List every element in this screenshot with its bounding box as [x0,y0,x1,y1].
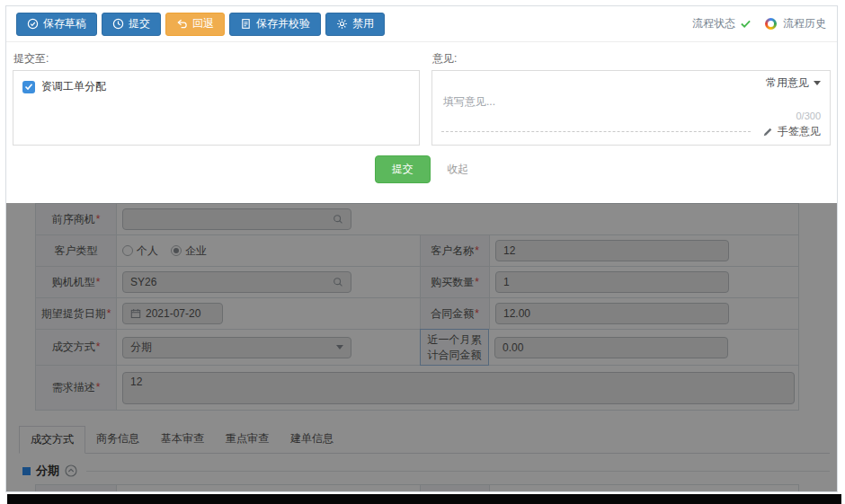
flow-status-link[interactable]: 流程状态 [692,16,735,31]
submit-actions: 提交 收起 [6,146,837,190]
opinion-label: 意见: [432,51,831,66]
screen-bottom-bar [7,494,841,504]
submit-to-box: 资调工单分配 [13,70,420,146]
chevron-down-icon [814,81,821,85]
rollback-button[interactable]: 回退 [165,13,225,36]
submit-to-panel: 提交至: 资调工单分配 [13,49,420,146]
submit-to-option-row[interactable]: 资调工单分配 [22,79,410,94]
flow-links: 流程状态 流程历史 [692,16,832,31]
collapse-link[interactable]: 收起 [447,163,468,175]
save-draft-button[interactable]: 保存草稿 [16,13,97,36]
toolbar: 保存草稿 提交 回退 保存并校验 禁用 流程状态 流程历史 [6,6,837,42]
flow-history-link[interactable]: 流程历史 [783,16,826,31]
common-opinion-label: 常用意见 [766,75,809,91]
opinion-box: 常用意见 填写意见... 0/300 手签意见 [431,70,831,146]
submit-top-button[interactable]: 提交 [102,13,161,36]
char-counter: 0/300 [441,111,821,121]
form-area: 前序商机* 客户类型 个人 [6,203,837,492]
flow-history-icon [765,18,777,30]
common-opinion-dropdown[interactable]: 常用意见 [441,75,821,91]
workflow-page: 保存草稿 提交 回退 保存并校验 禁用 流程状态 流程历史 提交至: [5,5,838,492]
rollback-icon [176,18,188,30]
submit-clock-icon [112,18,124,30]
opinion-panel: 意见: 常用意见 填写意见... 0/300 手签意见 [431,49,831,146]
submit-section: 提交至: 资调工单分配 意见: 常用意见 填写意见... 0/300 [6,42,837,146]
rollback-label: 回退 [192,16,214,31]
form-dim-overlay [6,203,837,492]
submit-to-label: 提交至: [13,51,420,66]
disable-button[interactable]: 禁用 [325,13,385,36]
save-verify-label: 保存并校验 [256,16,310,31]
signature-line [441,131,751,132]
disable-label: 禁用 [352,16,374,31]
submit-button[interactable]: 提交 [375,155,431,183]
pen-icon [762,127,773,137]
flow-status-check-icon [740,19,752,29]
checkbox-checked-icon[interactable] [22,81,35,93]
submit-to-option-label: 资调工单分配 [41,79,106,94]
save-verify-icon [240,18,252,30]
hand-sign-link[interactable]: 手签意见 [778,124,821,139]
save-draft-label: 保存草稿 [43,16,86,31]
submit-top-label: 提交 [129,16,150,31]
hand-sign-row: 手签意见 [441,124,821,139]
save-draft-icon [27,18,39,30]
gear-icon [336,18,348,30]
save-verify-button[interactable]: 保存并校验 [229,13,321,36]
opinion-textarea[interactable]: 填写意见... [441,91,821,111]
